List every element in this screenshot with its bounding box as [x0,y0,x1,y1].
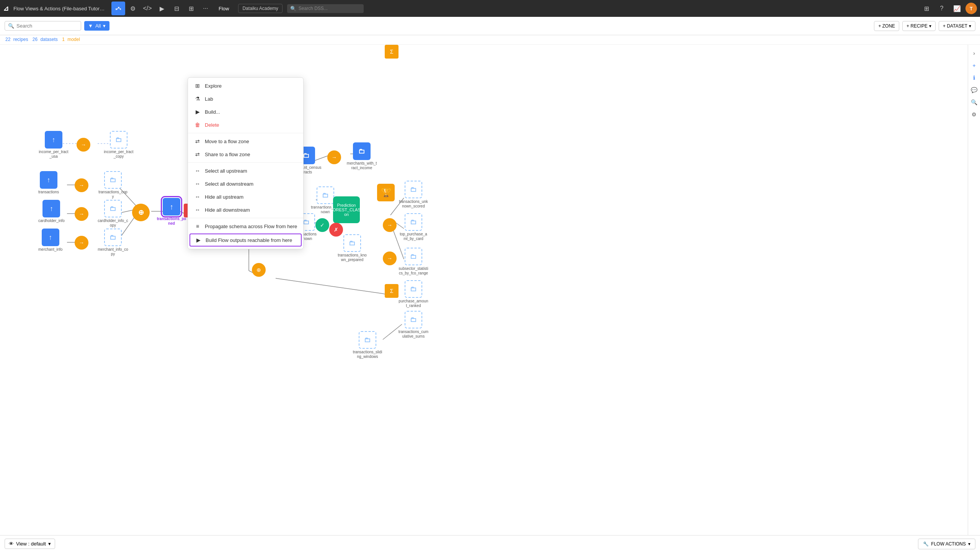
node-recipe-lower[interactable]: ⊕ [252,263,266,277]
flow-search-input[interactable] [16,23,78,29]
menu-label-move-zone: Move to a flow zone [205,139,249,144]
add-dataset-button[interactable]: + DATASET ▾ [939,21,975,31]
dataset-dashed-box: 🗀 [405,280,422,298]
recipes-link[interactable]: 22 recipes [5,37,29,42]
node-ml-model[interactable]: Prediction (RANDOM_FOREST_CLASSIFICATION… [333,196,360,223]
node-label: cardholder_info_copy [98,219,128,228]
dataset-box: ↑ [42,200,60,217]
sidebar-settings-icon[interactable]: ⚙ [969,109,980,120]
menu-item-delete[interactable]: 🗑 Delete [188,118,303,131]
nav-lab[interactable]: ⚙ [126,2,140,15]
node-recipe-cumsum[interactable]: Σ [385,284,399,298]
menu-label-build-flow: Build Flow outputs reachable from here [206,237,292,243]
node-recipe-c[interactable]: → [75,207,88,221]
menu-item-build[interactable]: ▶ Build... [188,105,303,118]
node-trophy[interactable]: 🏆 [377,184,395,201]
sidebar-info-icon[interactable]: ℹ [969,72,980,83]
node-recipe-income[interactable]: → [77,138,90,152]
node-recipe-subsector[interactable]: → [383,252,397,265]
sidebar-plus-icon[interactable]: + [969,60,980,71]
view-select[interactable]: 👁 View : default ▾ [5,539,55,549]
menu-item-explore[interactable]: ⊞ Explore [188,79,303,92]
node-label: subsector_statistics_by_fco_range [398,266,429,276]
help-icon[interactable]: ? [935,2,949,15]
node-cumulative-sums[interactable]: 🗀 transactions_cumulative_sums [398,311,429,339]
recipe-box: → [75,178,88,192]
nav-dashboard[interactable]: ⊞ [184,2,198,15]
node-sliding-windows[interactable]: 🗀 transactions_sliding_windows [352,331,383,359]
node-top-purchase[interactable]: 🗀 top_purchase_aml_by_card [398,213,429,241]
global-search-input[interactable] [299,6,361,11]
node-label: transactions_sliding_windows [352,350,383,359]
recipe-lower-box: ⊕ [252,263,266,277]
menu-label-select-downstream: Select all downstream [205,181,253,187]
sidebar-search-icon[interactable]: 🔍 [969,97,980,108]
project-title[interactable]: Flow Views & Actions (File-based Tutoria… [13,6,105,11]
flow-canvas[interactable]: ↑ income_per_tract_usa → 🗀 income_per_tr… [0,45,968,551]
node-recipe-census[interactable]: → [327,150,341,164]
node-merchant-copy[interactable]: 🗀 merchant_info_copy [98,229,128,256]
node-purchase-ranked[interactable]: 🗀 purchase_amount_ranked [398,280,429,308]
node-recipe-sliding[interactable]: Σ [385,45,399,59]
node-join-recipe[interactable]: ⊕ [132,204,150,221]
menu-item-build-flow[interactable]: ▶ Build Flow outputs reachable from here [189,234,302,247]
nav-code[interactable]: </> [140,2,154,15]
node-merchant[interactable]: ↑ merchant_info [38,229,62,252]
menu-label-hide-upstream: Hide all upstream [205,194,243,200]
flow-actions-button[interactable]: 🔧 FLOW ACTIONS ▾ [918,539,975,549]
model-link[interactable]: 1 model [62,37,82,42]
node-cardholder-copy[interactable]: 🗀 cardholder_info_copy [98,200,128,228]
right-icons: ⊞ ? 📈 T [920,2,977,15]
analytics-icon[interactable]: 📈 [950,2,964,15]
node-merchants-tract[interactable]: 🗀 merchants_with_tract_income [346,142,377,170]
node-cardholder[interactable]: ↑ cardholder_info [38,200,65,223]
filter-label: All [95,23,101,29]
nav-run[interactable]: ▶ [155,2,169,15]
node-recipe-aml[interactable]: → [383,218,397,232]
flow-actions-chevron-icon: ▾ [968,541,970,547]
node-income-copy[interactable]: 🗀 income_per_tract_copy [103,131,134,159]
node-transactions-copy[interactable]: 🗀 transactions_copy [98,171,128,199]
menu-item-select-upstream[interactable]: ↔ Select all upstream [188,164,303,177]
user-avatar[interactable]: T [965,3,977,14]
node-transactions[interactable]: ↑ transactions [38,171,59,194]
add-zone-button[interactable]: + ZONE [874,21,899,31]
menu-item-hide-downstream[interactable]: ↔ Hide all downstream [188,203,303,216]
menu-item-share-zone[interactable]: ⇄ Share to a flow zone [188,148,303,161]
node-recipe-known[interactable]: ✓ [315,218,329,232]
nav-deploy[interactable]: ⊟ [170,2,183,15]
node-transactions-joined[interactable]: ↑ transactions_joined [156,198,187,226]
node-recipe-t[interactable]: → [75,178,88,192]
filter-dropdown[interactable]: ▼ All ▾ [84,21,109,31]
join-recipe-box: ⊕ [132,204,150,221]
apps-icon[interactable]: ⊞ [920,2,933,15]
flow-search[interactable]: 🔍 [5,21,81,31]
sidebar-arrow-icon[interactable]: › [969,48,980,59]
menu-item-select-downstream[interactable]: ↔ Select all downstream [188,177,303,190]
node-recipe-m[interactable]: → [75,236,88,250]
node-subsector[interactable]: 🗀 subsector_statistics_by_fco_range [398,248,429,276]
chevron-down-icon: ▾ [103,23,106,29]
datasets-link[interactable]: 26 datasets [33,37,59,42]
menu-item-propagate[interactable]: ≡ Propagate schema across Flow from here [188,220,303,233]
menu-item-lab[interactable]: ⚗ Lab [188,92,303,105]
add-recipe-button[interactable]: + RECIPE ▾ [902,21,936,31]
separator-2 [188,162,303,163]
nav-more[interactable]: ··· [199,2,212,15]
node-label: cardholder_info [38,219,65,223]
global-search[interactable]: 🔍 [287,4,364,13]
add-dataset-label: + DATASET [943,23,967,29]
menu-label-hide-downstream: Hide all downstream [205,207,250,213]
sidebar-chat-icon[interactable]: 💬 [969,85,980,95]
node-label: transactions_known_prepared [337,253,368,262]
node-income-per-tract[interactable]: ↑ income_per_tract_usa [38,131,69,159]
node-unknown-scored[interactable]: 🗀 transactions_unknown_scored [398,181,429,209]
upstream-icon: ↔ [194,168,201,174]
menu-item-move-zone[interactable]: ⇄ Move to a flow zone [188,135,303,148]
node-known-prepared[interactable]: 🗀 transactions_known_prepared [337,234,368,262]
dataset-dashed-box: 🗀 [104,200,122,217]
academy-button[interactable]: Dataiku Academy [238,4,282,13]
menu-item-hide-upstream[interactable]: ↔ Hide all upstream [188,190,303,203]
nav-flow[interactable] [111,2,125,15]
flow-actions-icon: 🔧 [923,541,929,547]
